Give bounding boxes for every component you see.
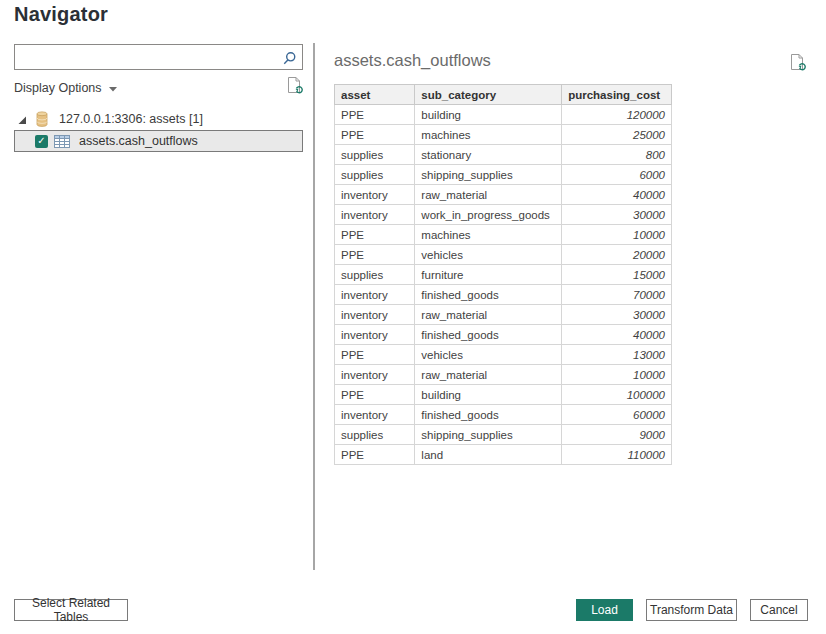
cell-sub_category: raw_material bbox=[415, 365, 562, 385]
cell-sub_category: machines bbox=[415, 125, 562, 145]
table-row: PPEbuilding100000 bbox=[335, 385, 672, 405]
table-row: PPEland110000 bbox=[335, 445, 672, 465]
refresh-preview-icon-left[interactable] bbox=[285, 76, 303, 96]
cell-asset: PPE bbox=[335, 125, 415, 145]
column-header-sub-category: sub_category bbox=[415, 85, 562, 105]
cell-asset: inventory bbox=[335, 305, 415, 325]
cell-purchasing_cost: 30000 bbox=[562, 205, 672, 225]
cell-purchasing_cost: 9000 bbox=[562, 425, 672, 445]
cell-purchasing_cost: 60000 bbox=[562, 405, 672, 425]
table-checkbox-checked[interactable]: ✓ bbox=[35, 135, 48, 148]
cell-purchasing_cost: 15000 bbox=[562, 265, 672, 285]
cell-sub_category: shipping_supplies bbox=[415, 425, 562, 445]
cell-sub_category: work_in_progress_goods bbox=[415, 205, 562, 225]
cell-purchasing_cost: 110000 bbox=[562, 445, 672, 465]
cell-purchasing_cost: 40000 bbox=[562, 185, 672, 205]
select-related-tables-button[interactable]: Select Related Tables bbox=[14, 599, 128, 621]
cell-purchasing_cost: 10000 bbox=[562, 225, 672, 245]
transform-data-button[interactable]: Transform Data bbox=[646, 599, 737, 621]
cell-sub_category: land bbox=[415, 445, 562, 465]
cell-purchasing_cost: 70000 bbox=[562, 285, 672, 305]
table-row: suppliesfurniture15000 bbox=[335, 265, 672, 285]
tree-item-database[interactable]: 127.0.0.1:3306: assets [1] bbox=[14, 109, 303, 129]
cell-asset: PPE bbox=[335, 225, 415, 245]
cell-asset: PPE bbox=[335, 445, 415, 465]
table-row: inventoryfinished_goods70000 bbox=[335, 285, 672, 305]
cell-asset: supplies bbox=[335, 165, 415, 185]
cell-asset: PPE bbox=[335, 345, 415, 365]
tree-item-table-selected[interactable]: ✓ assets.cash_outflows bbox=[14, 130, 303, 152]
cell-purchasing_cost: 20000 bbox=[562, 245, 672, 265]
table-row: PPEvehicles20000 bbox=[335, 245, 672, 265]
cell-sub_category: vehicles bbox=[415, 345, 562, 365]
display-options-dropdown[interactable]: Display Options bbox=[14, 79, 117, 97]
cell-sub_category: furniture bbox=[415, 265, 562, 285]
cell-asset: inventory bbox=[335, 405, 415, 425]
cell-asset: inventory bbox=[335, 185, 415, 205]
cell-asset: PPE bbox=[335, 245, 415, 265]
cell-purchasing_cost: 40000 bbox=[562, 325, 672, 345]
table-row: inventoryfinished_goods60000 bbox=[335, 405, 672, 425]
cell-sub_category: raw_material bbox=[415, 185, 562, 205]
search-icon[interactable] bbox=[280, 49, 298, 67]
navigator-dialog: Navigator Display Options bbox=[0, 0, 826, 634]
cell-sub_category: stationary bbox=[415, 145, 562, 165]
table-icon bbox=[54, 135, 70, 148]
load-button[interactable]: Load bbox=[576, 599, 633, 621]
preview-table: asset sub_category purchasing_cost PPEbu… bbox=[334, 84, 672, 465]
search-box bbox=[14, 44, 303, 70]
cell-purchasing_cost: 800 bbox=[562, 145, 672, 165]
table-row: inventoryraw_material30000 bbox=[335, 305, 672, 325]
cell-asset: PPE bbox=[335, 105, 415, 125]
cell-purchasing_cost: 30000 bbox=[562, 305, 672, 325]
column-header-asset: asset bbox=[335, 85, 415, 105]
cell-sub_category: finished_goods bbox=[415, 405, 562, 425]
cell-sub_category: raw_material bbox=[415, 305, 562, 325]
cell-purchasing_cost: 100000 bbox=[562, 385, 672, 405]
cell-asset: PPE bbox=[335, 385, 415, 405]
search-input[interactable] bbox=[21, 45, 279, 69]
table-row: PPEvehicles13000 bbox=[335, 345, 672, 365]
cell-sub_category: vehicles bbox=[415, 245, 562, 265]
refresh-preview-icon-right[interactable] bbox=[788, 53, 806, 73]
table-row: suppliesshipping_supplies9000 bbox=[335, 425, 672, 445]
table-row: PPEmachines25000 bbox=[335, 125, 672, 145]
table-row: suppliesshipping_supplies6000 bbox=[335, 165, 672, 185]
page-title: Navigator bbox=[14, 3, 108, 26]
cell-purchasing_cost: 120000 bbox=[562, 105, 672, 125]
table-row: inventorywork_in_progress_goods30000 bbox=[335, 205, 672, 225]
cell-sub_category: finished_goods bbox=[415, 325, 562, 345]
table-row: inventoryraw_material40000 bbox=[335, 185, 672, 205]
panel-divider bbox=[313, 43, 315, 570]
tree-item-table-label: assets.cash_outflows bbox=[79, 134, 198, 148]
cell-asset: inventory bbox=[335, 365, 415, 385]
cell-sub_category: finished_goods bbox=[415, 285, 562, 305]
table-row: PPEmachines10000 bbox=[335, 225, 672, 245]
cell-purchasing_cost: 10000 bbox=[562, 365, 672, 385]
cell-sub_category: building bbox=[415, 105, 562, 125]
cell-asset: inventory bbox=[335, 325, 415, 345]
cell-asset: inventory bbox=[335, 285, 415, 305]
cell-asset: supplies bbox=[335, 425, 415, 445]
cell-purchasing_cost: 13000 bbox=[562, 345, 672, 365]
table-row: PPEbuilding120000 bbox=[335, 105, 672, 125]
cancel-button[interactable]: Cancel bbox=[750, 599, 808, 621]
cell-sub_category: machines bbox=[415, 225, 562, 245]
cell-sub_category: building bbox=[415, 385, 562, 405]
chevron-down-icon bbox=[109, 81, 117, 95]
display-options-label: Display Options bbox=[14, 81, 102, 95]
column-header-purchasing-cost: purchasing_cost bbox=[562, 85, 672, 105]
cell-sub_category: shipping_supplies bbox=[415, 165, 562, 185]
preview-title: assets.cash_outflows bbox=[334, 51, 491, 70]
database-icon bbox=[36, 111, 48, 127]
table-row: inventoryraw_material10000 bbox=[335, 365, 672, 385]
tree-expand-icon[interactable] bbox=[17, 114, 27, 124]
table-row: inventoryfinished_goods40000 bbox=[335, 325, 672, 345]
cell-asset: inventory bbox=[335, 205, 415, 225]
cell-asset: supplies bbox=[335, 265, 415, 285]
tree-item-database-label: 127.0.0.1:3306: assets [1] bbox=[59, 112, 203, 126]
cell-asset: supplies bbox=[335, 145, 415, 165]
cell-purchasing_cost: 6000 bbox=[562, 165, 672, 185]
preview-table-body: PPEbuilding120000PPEmachines25000supplie… bbox=[335, 105, 672, 465]
table-row: suppliesstationary800 bbox=[335, 145, 672, 165]
